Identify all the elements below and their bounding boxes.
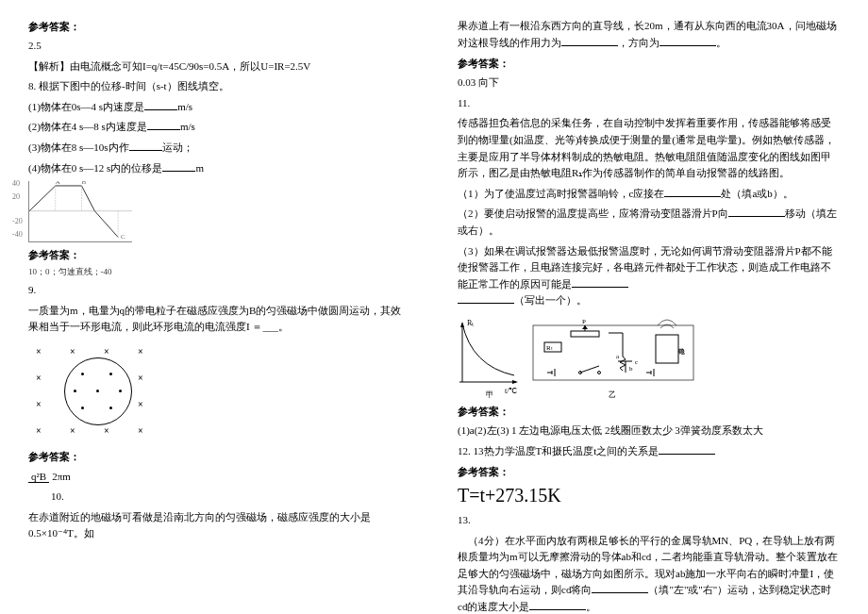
- answer-heading-1: 参考答案：: [28, 20, 410, 34]
- answer-1: 2.5: [28, 38, 410, 55]
- q13-num: 13.: [458, 512, 840, 529]
- svg-rect-16: [571, 331, 599, 337]
- q11-2: （2）要使启动报警的温度提高些，应将滑动变阻器滑片P向移动（填左或右）。: [458, 206, 840, 239]
- q10-num: 10.: [28, 489, 410, 506]
- q11-3: （3）如果在调试报警器达最低报警温度时，无论如何调节滑动变阻器滑片P都不能使报警…: [458, 243, 840, 309]
- q10-cont: 果赤道上有一根沿东西方向的直导线，长20m，通有从东向西的电流30A，问地磁场对…: [458, 18, 840, 51]
- q8-3: (3)物体在8 s—10s内作运动；: [28, 140, 410, 157]
- explain-1: 【解析】由电流概念可知I=q/t=45C/90s=0.5A，所以U=IR=2.5…: [28, 58, 410, 75]
- answer-heading-12: 参考答案：: [458, 465, 840, 479]
- svg-marker-9: [460, 322, 464, 327]
- q8-title: 8. 根据下图中的位移-时间（s-t）图线填空。: [28, 78, 410, 95]
- svg-text:t/℃: t/℃: [505, 387, 517, 395]
- answer-10: 0.03 向下: [458, 75, 840, 91]
- svg-text:c: c: [635, 358, 638, 366]
- st-graph: 40 20 -20 -40 A B C: [28, 181, 132, 242]
- q11-num: 11.: [458, 95, 840, 112]
- q8-1: (1)物体在0s—4 s内速度是m/s: [28, 99, 410, 116]
- svg-text:电铃: 电铃: [678, 348, 686, 356]
- svg-text:P: P: [582, 318, 586, 325]
- rt-label: Rₜ: [467, 319, 474, 327]
- q12: 12. 13热力学温度T和摄氏温度t之间的关系是: [458, 443, 840, 460]
- svg-text:A: A: [56, 181, 60, 185]
- svg-text:B: B: [81, 181, 86, 185]
- magnetic-field-diagram: ×××× ×× ×× ××××: [28, 340, 170, 444]
- answer-heading-10: 参考答案：: [458, 57, 840, 71]
- q10-text: 在赤道附近的地磁场可看做是沿南北方向的匀强磁场，磁感应强度的大小是0.5×10⁻…: [28, 509, 410, 542]
- svg-point-34: [598, 371, 601, 373]
- answer-heading-9: 参考答案：: [28, 450, 410, 464]
- svg-text:C: C: [121, 234, 125, 241]
- q11-1: （1）为了使温度过高时报警器响铃，c应接在处（填a或b）。: [458, 186, 840, 203]
- svg-text:甲: 甲: [486, 390, 493, 399]
- svg-marker-18: [582, 325, 588, 329]
- svg-text:乙: 乙: [609, 390, 616, 399]
- answer-8: 10；0；匀速直线；-40: [28, 266, 410, 278]
- svg-text:a: a: [616, 353, 620, 360]
- answer-11: (1)a(2)左(3) 1 左边电源电压太低 2线圈匝数太少 3弹簧劲度系数太大: [458, 423, 840, 440]
- q9-num: 9.: [28, 282, 410, 299]
- svg-rect-13: [533, 325, 693, 380]
- q13-text: （4分）在水平面内放有两根足够长的平行的金属导轨MN、PQ，在导轨上放有两根质量…: [458, 533, 840, 614]
- svg-line-32: [580, 366, 599, 373]
- svg-text:Rₜ: Rₜ: [546, 344, 553, 352]
- answer-9: q²B2πm: [28, 468, 410, 485]
- svg-marker-10: [512, 380, 518, 384]
- answer-12: T=t+273.15K: [458, 485, 840, 506]
- circuit-diagram: Rₜ t/℃ 甲 Rₜ P a b c 电铃 乙: [458, 314, 703, 399]
- answer-heading-11: 参考答案：: [458, 405, 840, 419]
- q8-4: (4)物体在0 s—12 s内的位移是m: [28, 160, 410, 177]
- q8-2: (2)物体在4 s—8 s内速度是m/s: [28, 119, 410, 136]
- q11-text: 传感器担负着信息的采集任务，在自动控制中发挥着重要作用，传感器能够将感受到的物理…: [458, 115, 840, 181]
- q9-text: 一质量为m，电量为q的带电粒子在磁感应强度为B的匀强磁场中做圆周运动，其效果相当…: [28, 303, 410, 336]
- answer-heading-8: 参考答案：: [28, 248, 410, 262]
- svg-text:b: b: [629, 365, 633, 373]
- svg-rect-27: [656, 335, 678, 363]
